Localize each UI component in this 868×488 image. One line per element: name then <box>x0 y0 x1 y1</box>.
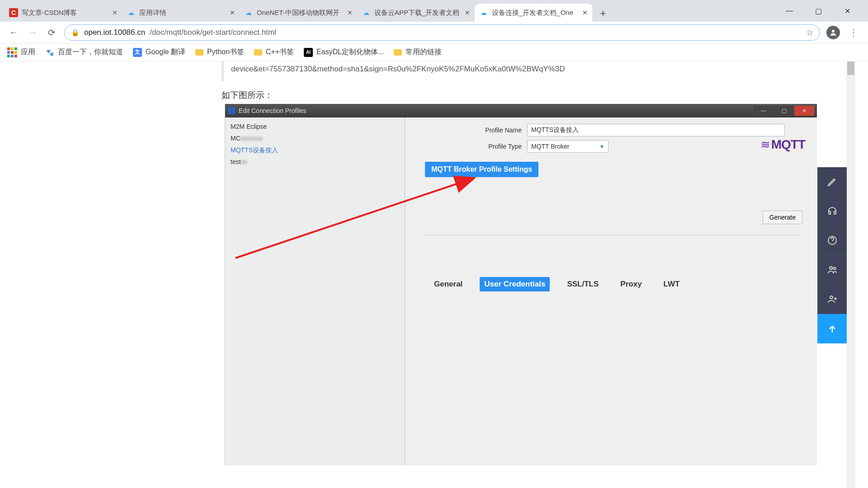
vertical-scrollbar[interactable] <box>846 61 855 488</box>
folder-icon <box>254 49 262 56</box>
tab-list: C 写文章-CSDN博客 ✕ ☁ 应用详情 ✕ ☁ OneNET-中国移动物联网… <box>5 2 777 22</box>
bookmark-label: Google 翻译 <box>146 47 185 57</box>
menu-button[interactable]: ⋮ <box>846 27 861 38</box>
bookmark-star-icon[interactable]: ☆ <box>806 28 813 38</box>
address-bar: ← → ⟳ 🔒 open.iot.10086.cn/doc/mqtt/book/… <box>0 22 868 43</box>
forward-button[interactable]: → <box>26 26 39 39</box>
close-icon[interactable]: ✕ <box>112 9 118 16</box>
tab-title: 设备连接_开发者文档_One <box>492 9 579 17</box>
tab-proxy[interactable]: Proxy <box>616 277 646 291</box>
bookmark-baidu[interactable]: 🐾百度一下，你就知道 <box>45 47 123 57</box>
tab-ssl[interactable]: SSL/TLS <box>562 277 603 291</box>
bookmark-label: Python书签 <box>207 47 244 57</box>
tab-general[interactable]: General <box>429 277 467 291</box>
app-window: Edit Connection Profiles — ▢ ✕ M2M Eclip… <box>225 104 817 465</box>
bookmark-label: C++书签 <box>266 47 294 57</box>
intro-text: 如下图所示： <box>222 89 868 101</box>
scroll-top-button[interactable] <box>817 314 847 343</box>
bookmark-links[interactable]: 常用的链接 <box>394 47 442 57</box>
credential-tabs: General User Credentials SSL/TLS Proxy L… <box>429 277 805 291</box>
page-content: device&et=7557387130&method=sha1&sign=Rs… <box>0 61 868 488</box>
arrow-up-icon <box>827 324 838 334</box>
browser-tabstrip: C 写文章-CSDN博客 ✕ ☁ 应用详情 ✕ ☁ OneNET-中国移动物联网… <box>0 0 868 22</box>
tab-user-credentials[interactable]: User Credentials <box>480 277 550 291</box>
tab-title: 写文章-CSDN博客 <box>22 9 108 17</box>
folder-icon <box>394 49 402 56</box>
tab-title: 应用详情 <box>139 9 226 17</box>
tab-title: 设备云APP下载_开发者文档 <box>374 9 461 17</box>
profile-list: M2M Eclipse MCxxxxxxx MQTTS设备接入 testxx <box>225 117 405 465</box>
app-window-controls: — ▢ ✕ <box>754 106 814 116</box>
close-icon[interactable]: ✕ <box>465 9 470 16</box>
cloud-icon: ☁ <box>479 8 488 17</box>
apps-button[interactable]: 应用 <box>7 47 35 57</box>
folder-icon <box>195 49 203 56</box>
cloud-icon: ☁ <box>244 8 253 17</box>
new-tab-button[interactable]: + <box>595 5 611 22</box>
close-icon[interactable]: ✕ <box>347 9 353 16</box>
url-path: /doc/mqtt/book/get-start/connect.html <box>150 28 276 37</box>
profile-item-selected[interactable]: MQTTS设备接入 <box>231 145 399 156</box>
url-input[interactable]: 🔒 open.iot.10086.cn/doc/mqtt/book/get-st… <box>64 24 820 41</box>
profile-type-value: MQTT Broker <box>531 143 570 150</box>
app-title: Edit Connection Profiles <box>239 107 306 114</box>
back-button[interactable]: ← <box>7 26 20 39</box>
tab-download[interactable]: ☁ 设备云APP下载_开发者文档 ✕ <box>357 4 475 22</box>
bookmark-cpp[interactable]: C++书签 <box>254 47 294 57</box>
profile-avatar[interactable] <box>826 26 840 39</box>
community-button[interactable] <box>817 255 847 285</box>
cloud-icon: ☁ <box>362 8 371 17</box>
bookmark-python[interactable]: Python书签 <box>195 47 244 57</box>
profile-type-row: Profile Type MQTT Broker ▼ <box>417 140 805 153</box>
code-block: device&et=7557387130&method=sha1&sign=Rs… <box>222 61 868 81</box>
app-body: M2M Eclipse MCxxxxxxx MQTTS设备接入 testxx P… <box>225 117 817 465</box>
apps-icon <box>7 47 17 57</box>
code-text: device&et=7557387130&method=sha1&sign=Rs… <box>231 65 565 73</box>
tab-app-detail[interactable]: ☁ 应用详情 ✕ <box>122 4 240 22</box>
tab-onenet[interactable]: ☁ OneNET-中国移动物联网开 ✕ <box>240 4 357 22</box>
bookmark-label: EasyDL定制化物体... <box>316 47 384 57</box>
bookmarks-bar: 应用 🐾百度一下，你就知道 文Google 翻译 Python书签 C++书签 … <box>0 43 868 61</box>
profile-item[interactable]: M2M Eclipse <box>231 121 399 133</box>
person-plus-icon <box>827 294 838 305</box>
window-controls: — ▢ ✕ <box>777 0 863 22</box>
svg-point-3 <box>830 267 832 269</box>
close-icon[interactable]: ✕ <box>582 9 588 16</box>
mqtt-logo: ≋MQTT <box>761 137 805 152</box>
bookmark-easydl[interactable]: AIEasyDL定制化物体... <box>304 47 384 57</box>
question-icon <box>827 235 838 246</box>
cloud-icon: ☁ <box>127 8 136 17</box>
generate-button[interactable]: Generate <box>763 211 802 224</box>
reload-button[interactable]: ⟳ <box>45 26 58 39</box>
close-button[interactable]: ✕ <box>835 0 860 22</box>
app-icon <box>228 107 235 114</box>
tab-connect[interactable]: ☁ 设备连接_开发者文档_One ✕ <box>475 4 592 22</box>
app-minimize-button[interactable]: — <box>754 106 774 116</box>
app-close-button[interactable]: ✕ <box>794 106 814 116</box>
tab-lwt[interactable]: LWT <box>659 277 684 291</box>
add-user-button[interactable] <box>817 285 847 314</box>
profile-name-input[interactable] <box>527 124 785 136</box>
tab-csdn[interactable]: C 写文章-CSDN博客 ✕ <box>5 4 122 22</box>
url-host: open.iot.10086.cn <box>84 28 145 37</box>
close-icon[interactable]: ✕ <box>230 9 235 16</box>
ai-icon: AI <box>304 48 313 57</box>
profile-item[interactable]: MCxxxxxxx <box>231 133 399 145</box>
tab-title: OneNET-中国移动物联网开 <box>257 9 344 17</box>
app-maximize-button[interactable]: ▢ <box>774 106 794 116</box>
maximize-button[interactable]: ▢ <box>806 0 831 22</box>
support-button[interactable] <box>817 197 847 226</box>
bookmark-google-translate[interactable]: 文Google 翻译 <box>133 47 185 57</box>
help-button[interactable] <box>817 226 847 255</box>
minimize-button[interactable]: — <box>777 0 802 22</box>
pencil-icon <box>827 176 838 187</box>
scrollbar-thumb[interactable] <box>847 61 854 75</box>
app-titlebar: Edit Connection Profiles — ▢ ✕ <box>225 104 817 117</box>
profile-item[interactable]: testxx <box>231 156 399 168</box>
profile-type-select[interactable]: MQTT Broker ▼ <box>527 140 609 153</box>
edit-button[interactable] <box>817 167 847 197</box>
section-header: MQTT Broker Profile Settings <box>425 162 538 177</box>
google-icon: 文 <box>133 48 142 57</box>
c-icon: C <box>9 8 18 17</box>
svg-point-4 <box>833 267 835 270</box>
